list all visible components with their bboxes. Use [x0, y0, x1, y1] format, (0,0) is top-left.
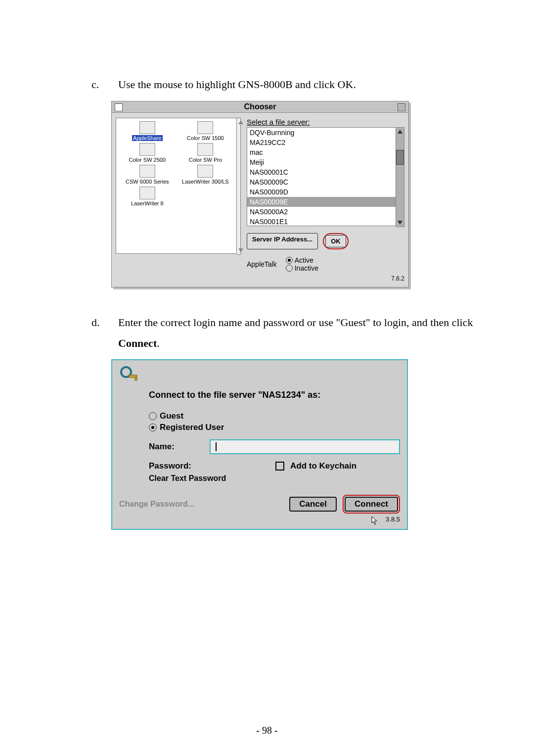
clear-text-password-label: Clear Text Password — [149, 474, 400, 483]
change-password-button: Change Password... — [119, 500, 283, 509]
appletalk-label: AppleTalk — [247, 260, 277, 268]
scroll-down-icon[interactable] — [238, 248, 243, 252]
keychain-checkbox[interactable] — [275, 462, 284, 471]
login-title: Connect to the file server "NAS1234" as: — [149, 390, 400, 400]
step-text-c: Use the mouse to highlight GNS-8000B and… — [118, 74, 487, 95]
keychain-label: Add to Keychain — [290, 461, 356, 471]
page-number: - 98 - — [0, 725, 534, 736]
chooser-version: 7.6.2 — [391, 275, 404, 282]
scroll-down-icon[interactable] — [398, 221, 402, 225]
radio-dot-filled-icon — [286, 257, 293, 264]
chooser-icon-laserwriter8[interactable]: LaserWriter 8 — [118, 186, 177, 207]
login-dialog: Connect to the file server "NAS1234" as:… — [111, 359, 408, 530]
scroll-up-icon[interactable] — [238, 120, 243, 124]
chooser-icon-colorsw2500[interactable]: Color SW 2500 — [118, 142, 177, 164]
server-item[interactable]: NAS00009C — [247, 177, 396, 187]
step-letter-d: d. — [91, 312, 118, 354]
connect-annotation-ring: Connect — [343, 495, 400, 514]
password-label: Password: — [149, 461, 206, 471]
chooser-icon-appleshare[interactable]: AppleShare — [118, 120, 177, 142]
zoom-icon[interactable] — [398, 103, 405, 111]
chooser-icon-colorsw1500[interactable]: Color SW 1500 — [177, 120, 235, 142]
cancel-button[interactable]: Cancel — [289, 497, 337, 512]
guest-radio[interactable]: Guest — [149, 411, 400, 421]
svg-rect-2 — [135, 378, 137, 380]
name-label: Name: — [149, 442, 206, 452]
connect-button[interactable]: Connect — [345, 497, 398, 512]
server-item[interactable]: mac — [247, 147, 396, 157]
radio-dot-empty-icon — [149, 412, 157, 420]
chooser-titlebar: Chooser — [112, 101, 408, 113]
svg-rect-1 — [129, 375, 137, 378]
text-cursor-icon — [216, 442, 217, 451]
ok-button[interactable]: OK — [325, 235, 346, 247]
mouse-cursor-icon — [371, 516, 378, 525]
server-item[interactable]: DQV-Burnning — [247, 128, 396, 138]
registered-user-radio[interactable]: Registered User — [149, 423, 400, 432]
radio-dot-empty-icon — [286, 265, 293, 272]
chooser-icon-colorswpro[interactable]: Color SW Pro — [177, 142, 235, 164]
server-item-selected[interactable]: NAS00009E — [247, 197, 396, 207]
step-text-d: Enter the correct login name and passwor… — [118, 312, 487, 354]
server-item[interactable]: Meiji — [247, 157, 396, 167]
chooser-icon-csw6000[interactable]: CSW 6000 Series — [118, 164, 177, 186]
chooser-window: Chooser AppleShare Color SW 1500 Color S… — [111, 101, 409, 287]
server-item[interactable]: MA219CC2 — [247, 138, 396, 147]
chooser-title-text: Chooser — [244, 102, 276, 111]
login-version: 3.8.5 — [386, 516, 400, 523]
chooser-icon-list[interactable]: AppleShare Color SW 1500 Color SW 2500 C… — [116, 118, 237, 254]
server-list-label: Select a file server: — [247, 118, 404, 126]
close-icon[interactable] — [115, 103, 123, 111]
server-item[interactable]: NAS00001C — [247, 167, 396, 177]
chooser-icon-laserwriter300[interactable]: LaserWriter 300/LS — [177, 164, 235, 186]
step-c: c. Use the mouse to highlight GNS-8000B … — [91, 74, 487, 95]
chooser-left-scrollbar[interactable] — [237, 118, 241, 255]
server-item[interactable]: NAS0001E1 — [247, 217, 396, 226]
server-item[interactable]: NAS0000A2 — [247, 207, 396, 217]
step-letter-c: c. — [91, 74, 118, 95]
server-ip-button[interactable]: Server IP Address... — [247, 233, 318, 249]
step-d: d. Enter the correct login name and pass… — [91, 312, 487, 354]
server-list-scrollbar[interactable] — [396, 127, 404, 227]
server-list[interactable]: DQV-Burnning MA219CC2 mac Meiji NAS00001… — [247, 127, 396, 226]
scroll-thumb[interactable] — [396, 150, 404, 165]
radio-dot-filled-icon — [149, 424, 157, 431]
ok-annotation-ring: OK — [323, 233, 349, 249]
key-icon — [119, 365, 139, 385]
name-input[interactable] — [210, 439, 400, 454]
server-item[interactable]: NAS00009D — [247, 187, 396, 197]
appletalk-inactive-radio[interactable]: Inactive — [286, 264, 318, 272]
appletalk-active-radio[interactable]: Active — [286, 256, 318, 264]
scroll-up-icon[interactable] — [398, 130, 402, 134]
